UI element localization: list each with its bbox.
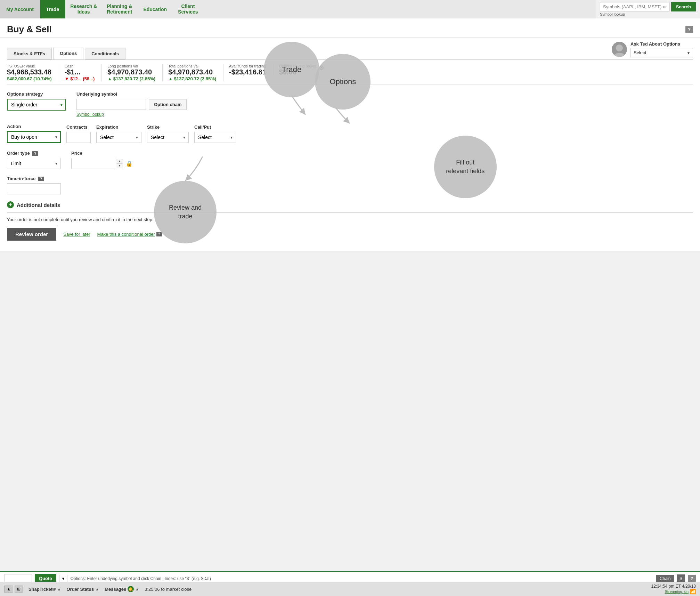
- nav-my-account[interactable]: My Account: [0, 0, 40, 18]
- nav-planning-retirement[interactable]: Planning & Retirement: [102, 0, 137, 18]
- expiration-select[interactable]: Select: [96, 132, 141, 143]
- nav-research-ideas[interactable]: Research & Ideas: [65, 0, 102, 18]
- avail-value: -$23,416.81: [229, 68, 266, 76]
- additional-details-row: + Additional details: [7, 201, 693, 208]
- nav-education[interactable]: Education: [137, 0, 173, 18]
- account-section-options-bp: Options buying power $0.00 ⚙: [279, 64, 331, 76]
- action-select[interactable]: Buy to open Sell to open Buy to close Se…: [7, 131, 61, 143]
- settings-gear-button[interactable]: ⚙: [319, 64, 324, 72]
- cash-value: -$1...: [65, 68, 95, 76]
- underlying-symbol-input[interactable]: [76, 99, 146, 110]
- tstuser-change: $482,000.67 (10.74%): [7, 76, 52, 81]
- price-input[interactable]: [71, 158, 116, 169]
- ask-ted-section: Ask Ted About Options Select ▼: [612, 41, 693, 59]
- account-section-cash: Cash -$1... ▼ $12... (58...): [65, 64, 102, 81]
- order-type-help-icon[interactable]: ?: [32, 151, 38, 156]
- action-buttons: Review order Save for later Make this a …: [7, 228, 693, 241]
- options-strategy-label: Options strategy: [7, 91, 66, 97]
- underlying-symbol-group: Underlying symbol Option chain Symbol lo…: [76, 91, 187, 117]
- price-label: Price: [71, 151, 133, 156]
- order-type-group: Order type ? Limit Market Stop Stop Limi…: [7, 151, 61, 169]
- total-value: $4,970,873.40: [168, 68, 216, 76]
- search-button[interactable]: Search: [671, 2, 696, 11]
- long-change: ▲ $137,820.72 (2.85%): [107, 76, 155, 81]
- price-input-row: ▲ ▼ 🔒: [71, 158, 133, 169]
- tabs-row: Stocks & ETFs Options Conditionals Ask T…: [7, 38, 693, 60]
- nav-trade[interactable]: Trade: [40, 0, 65, 18]
- price-group: Price ▲ ▼ 🔒: [71, 151, 133, 169]
- contracts-input[interactable]: [66, 132, 91, 143]
- expiration-select-wrapper: Select ▼: [96, 132, 141, 143]
- option-chain-button[interactable]: Option chain: [149, 99, 187, 110]
- long-label: Long positions val: [107, 64, 155, 68]
- tif-group: Time-in-force ? Day: [7, 176, 61, 194]
- svg-point-0: [616, 45, 623, 51]
- ask-ted-select[interactable]: Select: [630, 48, 693, 57]
- account-section-total: Total positions val $4,970,873.40 ▲ $137…: [168, 64, 223, 81]
- review-order-button[interactable]: Review order: [7, 228, 56, 241]
- page-title: Buy & Sell: [7, 24, 52, 35]
- ask-ted-info: Ask Ted About Options Select ▼: [630, 41, 693, 57]
- cash-change: ▼ $12... (58...): [65, 76, 95, 81]
- price-down-button[interactable]: ▼: [116, 164, 123, 168]
- tif-help-icon[interactable]: ?: [38, 177, 44, 181]
- expiration-group: Expiration Select ▼: [96, 124, 141, 143]
- underlying-symbol-row: Option chain: [76, 99, 187, 110]
- strike-select[interactable]: Select: [147, 132, 189, 143]
- action-label: Action: [7, 124, 61, 129]
- options-bp-value: $0.00: [279, 68, 316, 76]
- search-row: Search: [600, 2, 696, 11]
- options-form: Options strategy Single order Multi-leg …: [7, 84, 693, 244]
- order-type-label: Order type ?: [7, 151, 61, 156]
- tif-input[interactable]: Day: [7, 183, 61, 194]
- account-section-avail: Avail funds for trading -$23,416.81: [229, 64, 274, 76]
- call-put-select-wrapper: Select ▼: [194, 132, 236, 143]
- search-area: Search Symbol lookup: [596, 0, 700, 18]
- strike-group: Strike Select ▼: [147, 124, 189, 143]
- contracts-label: Contracts: [66, 124, 91, 130]
- symbol-lookup-link[interactable]: Symbol lookup: [76, 112, 187, 117]
- tab-conditionals[interactable]: Conditionals: [85, 48, 125, 59]
- form-row-3: Order type ? Limit Market Stop Stop Limi…: [7, 151, 693, 169]
- avatar: [612, 42, 627, 57]
- total-change: ▲ $137,820.72 (2.85%): [168, 76, 216, 81]
- search-input[interactable]: [600, 2, 670, 11]
- call-put-group: Call/Put Select ▼: [194, 124, 236, 143]
- options-strategy-group: Options strategy Single order Multi-leg …: [7, 91, 66, 111]
- content-area: Stocks & ETFs Options Conditionals Ask T…: [0, 38, 700, 251]
- options-strategy-select[interactable]: Single order Multi-leg: [7, 99, 66, 111]
- form-row-1: Options strategy Single order Multi-leg …: [7, 91, 693, 117]
- order-type-select-wrapper: Limit Market Stop Stop Limit Trailing St…: [7, 158, 61, 169]
- action-group: Action Buy to open Sell to open Buy to c…: [7, 124, 61, 143]
- call-put-select[interactable]: Select: [194, 132, 236, 143]
- account-section-tstuser: TSTUSER value $4,968,533.48 $482,000.67 …: [7, 64, 59, 81]
- tstuser-label: TSTUSER value: [7, 64, 52, 68]
- lock-icon[interactable]: 🔒: [126, 160, 133, 167]
- order-type-select[interactable]: Limit Market Stop Stop Limit Trailing St…: [7, 158, 61, 169]
- tif-label: Time-in-force ?: [7, 176, 61, 181]
- conditional-order-button[interactable]: Make this a conditional order: [97, 232, 155, 237]
- symbol-lookup-link[interactable]: Symbol lookup: [600, 12, 696, 16]
- tab-stocks-etfs[interactable]: Stocks & ETFs: [7, 48, 52, 59]
- nav-client-services[interactable]: Client Services: [173, 0, 203, 18]
- call-put-label: Call/Put: [194, 124, 236, 130]
- save-for-later-button[interactable]: Save for later: [63, 232, 90, 237]
- form-divider: [7, 212, 693, 213]
- account-section-long: Long positions val $4,970,873.40 ▲ $137,…: [107, 64, 163, 81]
- additional-details-label: Additional details: [17, 202, 60, 208]
- nav-bar: My Account Trade Research & Ideas Planni…: [0, 0, 700, 18]
- expiration-label: Expiration: [96, 124, 141, 130]
- svg-point-1: [614, 53, 625, 57]
- additional-details-expand-button[interactable]: +: [7, 201, 14, 208]
- conditional-order-row: Make this a conditional order ?: [97, 232, 162, 237]
- ask-ted-label: Ask Ted About Options: [630, 41, 693, 47]
- tstuser-value: $4,968,533.48: [7, 68, 52, 76]
- cash-label: Cash: [65, 64, 95, 68]
- options-strategy-select-wrapper: Single order Multi-leg ▼: [7, 99, 66, 111]
- page-help-button[interactable]: ?: [685, 26, 693, 33]
- price-up-button[interactable]: ▲: [116, 159, 123, 164]
- conditional-help-icon[interactable]: ?: [156, 232, 162, 236]
- account-bar: TSTUSER value $4,968,533.48 $482,000.67 …: [7, 60, 693, 84]
- tab-options[interactable]: Options: [53, 48, 83, 59]
- underlying-symbol-label: Underlying symbol: [76, 91, 187, 97]
